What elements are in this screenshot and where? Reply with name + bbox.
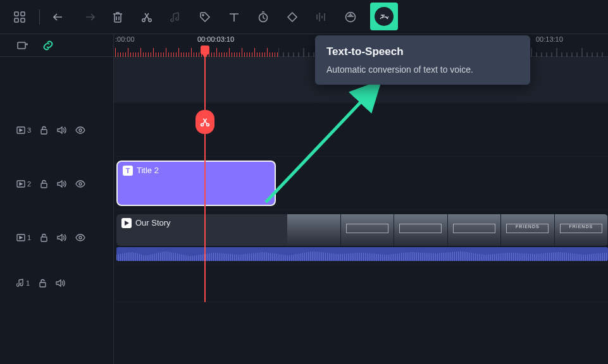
clip-title[interactable]: T Title 2 [116, 161, 276, 206]
tts-button-highlight[interactable] [370, 3, 398, 30]
bars-icon[interactable] [312, 8, 331, 27]
svg-rect-8 [316, 15, 318, 20]
track-header-1: 1 [0, 210, 113, 264]
svg-rect-2 [15, 18, 18, 22]
mute-icon[interactable] [56, 279, 65, 288]
svg-rect-9 [319, 13, 320, 21]
track-headers: 3 2 1 1 [0, 34, 114, 364]
svg-rect-21 [41, 237, 47, 241]
apps-icon[interactable] [10, 8, 29, 27]
svg-rect-1 [21, 12, 25, 16]
svg-point-22 [79, 236, 82, 239]
video-thumbnails: FRIENDS FRIENDS [287, 214, 608, 246]
track-kind-video: 1 [16, 234, 31, 241]
delete-icon[interactable] [108, 8, 127, 27]
track-header-audio: 1 [0, 264, 113, 302]
svg-point-19 [79, 183, 82, 185]
ruler-active-region [114, 46, 278, 57]
playhead[interactable] [204, 49, 206, 302]
thumb-label: FRIENDS [516, 224, 540, 229]
svg-rect-15 [41, 130, 47, 134]
text-clip-icon: T [123, 166, 133, 176]
track-kind-audio: 1 [16, 279, 30, 288]
track-row-2[interactable]: T Title 2 [114, 157, 608, 210]
mute-icon[interactable] [57, 179, 66, 188]
track-kind-video: 3 [16, 126, 31, 134]
lock-icon[interactable] [40, 126, 48, 135]
visible-icon[interactable] [75, 234, 85, 241]
track-number: 1 [26, 279, 30, 287]
spacer-row [0, 57, 113, 103]
lock-icon[interactable] [40, 233, 48, 242]
svg-rect-18 [41, 183, 47, 188]
link-icon[interactable] [42, 39, 54, 52]
cut-marker[interactable] [195, 110, 214, 134]
playhead-handle[interactable] [201, 46, 209, 54]
svg-rect-11 [324, 13, 325, 21]
tooltip-title: Text-to-Speech [326, 46, 519, 58]
text-icon[interactable] [225, 8, 244, 27]
tooltip-body: Automatic conversion of text to voice. [326, 64, 519, 75]
separator [39, 9, 40, 25]
track-area: T Title 2 Our Story FRIENDS [114, 57, 608, 302]
audio-fx-icon[interactable] [341, 8, 360, 27]
mute-icon[interactable] [57, 233, 66, 242]
track-number: 1 [27, 234, 31, 241]
visible-icon[interactable] [75, 126, 85, 134]
mask-icon[interactable] [283, 8, 302, 27]
header-controls [0, 34, 113, 57]
time-label: 00:13:10 [535, 34, 563, 43]
clip-video[interactable]: Our Story FRIENDS FRIENDS [116, 214, 608, 246]
svg-rect-3 [21, 18, 25, 22]
svg-rect-10 [321, 16, 323, 18]
track-header-3: 3 [0, 103, 113, 157]
svg-rect-0 [15, 12, 18, 16]
time-label: :00:00 [114, 34, 135, 43]
svg-rect-13 [18, 42, 25, 49]
timer-icon[interactable] [254, 8, 273, 27]
undo-icon[interactable] [50, 8, 69, 27]
lock-icon[interactable] [40, 179, 48, 188]
track-header-2: 2 [0, 157, 113, 210]
toolbar [0, 0, 608, 34]
audio-sync-icon[interactable] [166, 8, 185, 27]
split-icon[interactable] [137, 8, 156, 27]
audio-waveform[interactable] [116, 247, 608, 261]
svg-rect-23 [40, 282, 46, 287]
track-number: 3 [27, 126, 31, 134]
redo-icon[interactable] [79, 8, 98, 27]
track-number: 2 [27, 180, 31, 188]
clip-label: Our Story [135, 218, 171, 228]
lock-icon[interactable] [39, 279, 47, 288]
svg-point-16 [79, 129, 82, 131]
tts-icon [375, 7, 394, 26]
visible-icon[interactable] [75, 180, 85, 188]
track-kind-video: 2 [16, 180, 31, 188]
clip-label: Title 2 [137, 166, 159, 175]
thumb-label: FRIENDS [569, 224, 593, 229]
video-clip-icon [121, 218, 132, 228]
track-row-3[interactable] [114, 103, 608, 157]
mute-icon[interactable] [57, 126, 66, 135]
tag-icon[interactable] [195, 8, 214, 27]
track-row-audio[interactable] [114, 264, 608, 302]
time-label-playhead: 00:00:03:10 [195, 34, 237, 44]
track-row-1[interactable]: Our Story FRIENDS FRIENDS [114, 210, 608, 264]
add-track-icon[interactable] [16, 39, 29, 52]
tooltip-tts: Text-to-Speech Automatic conversion of t… [315, 35, 530, 85]
svg-point-6 [202, 15, 204, 16]
